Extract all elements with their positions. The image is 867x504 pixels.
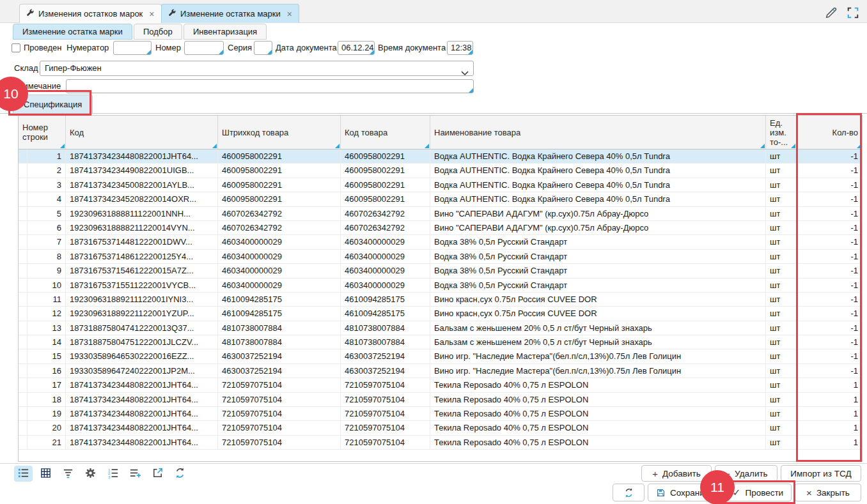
tab-label: Инвентаризация: [193, 27, 257, 36]
refresh-button[interactable]: [613, 484, 644, 501]
tool-export-button[interactable]: [148, 466, 167, 482]
table-row[interactable]: 20187413734234480822001JHT64...721059707…: [19, 421, 862, 435]
row-selector[interactable]: [19, 178, 27, 192]
tool-grid-button[interactable]: [36, 466, 55, 482]
table-row[interactable]: 131873188758047412220013Q37...4810738007…: [19, 321, 862, 335]
close-icon[interactable]: ×: [149, 9, 154, 19]
cell-barcode: 4810738007884: [218, 335, 341, 349]
table-row[interactable]: 21187413734234480822001JHT64...721059707…: [19, 436, 862, 450]
col-header-product-name[interactable]: Наименование товара: [430, 116, 766, 149]
tool-list-view-button[interactable]: [14, 466, 33, 482]
post-button[interactable]: ✓Провести: [724, 484, 792, 501]
cell-line-number: 8: [27, 250, 66, 264]
date-input[interactable]: 06.12.24: [338, 41, 375, 55]
row-selector[interactable]: [19, 421, 27, 435]
edit-pencil-icon[interactable]: [824, 5, 839, 20]
close-button[interactable]: ×Закрыть: [795, 484, 861, 501]
table-row[interactable]: 7187316753714481222001DWV...460340000002…: [19, 235, 862, 249]
close-icon[interactable]: ×: [287, 9, 292, 19]
col-header-product-code[interactable]: Код товара: [341, 116, 430, 149]
table-row[interactable]: 19187413734234480822001JHT64...721059707…: [19, 407, 862, 421]
proveden-checkbox[interactable]: [12, 43, 20, 52]
numerator-input[interactable]: [113, 41, 152, 55]
row-selector[interactable]: [19, 436, 27, 450]
cell-line-number: 4: [27, 192, 66, 206]
cell-product-code: 4600958002291: [341, 164, 430, 178]
row-selector[interactable]: [19, 321, 27, 335]
tab-specifikaciya[interactable]: Спецификация: [13, 95, 93, 114]
nomer-input[interactable]: [184, 41, 224, 55]
row-selector[interactable]: [19, 207, 27, 221]
table-row[interactable]: 12192309631889221122001YZUP...4610094285…: [19, 307, 862, 321]
window-tab-izmenenie-ostatka[interactable]: Изменение остатка марки ×: [161, 4, 299, 23]
cell-product-code: 4603400000029: [341, 264, 430, 278]
row-selector[interactable]: [19, 364, 27, 378]
cell-barcode: 4630037252194: [218, 364, 341, 378]
row-selector[interactable]: [19, 149, 27, 164]
table-row[interactable]: 14187318875804751222001JLCZV...481073800…: [19, 335, 862, 349]
cell-code: 187318875804751222001JLCZV...: [66, 335, 218, 349]
cell-line-number: 20: [27, 421, 66, 435]
time-input[interactable]: 12:38: [447, 41, 473, 55]
col-header-code[interactable]: Код: [66, 116, 218, 149]
tool-add-rows-button[interactable]: [126, 466, 144, 482]
delete-button[interactable]: −Удалить: [715, 465, 777, 482]
tab-podbor[interactable]: Подбор: [134, 24, 182, 40]
tab-inventarizaciya[interactable]: Инвентаризация: [184, 24, 267, 40]
row-selector[interactable]: [19, 279, 27, 293]
fullscreen-icon[interactable]: [845, 5, 861, 20]
row-selector[interactable]: [19, 335, 27, 349]
tool-reload-button[interactable]: [171, 466, 189, 482]
save-button[interactable]: Сохранить: [648, 484, 721, 501]
table-row[interactable]: 818731675371486122200125Y4...46034000000…: [19, 250, 862, 264]
col-header-unit[interactable]: Ед. изм. то-...: [766, 116, 797, 149]
cell-product-code: 7210597075104: [341, 436, 430, 450]
add-button[interactable]: +Добавить: [641, 465, 712, 482]
tool-filter-button[interactable]: [59, 466, 77, 482]
row-selector[interactable]: [19, 221, 27, 235]
cell-code: 187316753715511222001VYCB...: [66, 279, 218, 293]
tool-numbered-list-button[interactable]: 123: [104, 466, 122, 482]
window-tab-izmeneniya-ostatkov[interactable]: Изменения остатков марок ×: [19, 4, 162, 23]
row-selector[interactable]: [19, 293, 27, 307]
row-selector[interactable]: [19, 264, 27, 278]
row-selector[interactable]: [19, 378, 27, 392]
row-selector[interactable]: [19, 307, 27, 321]
cell-product-code: 4607026342792: [341, 221, 430, 235]
table-row[interactable]: 3187413734234500822001AYLB...46009580022…: [19, 178, 862, 192]
table-row[interactable]: 10187316753715511222001VYCB...4603400000…: [19, 279, 862, 293]
cell-barcode: 7210597075104: [218, 436, 341, 450]
row-selector[interactable]: [19, 235, 27, 249]
row-selector[interactable]: [19, 164, 27, 178]
table-row[interactable]: 61923096318888211220014VYN...46070263427…: [19, 221, 862, 235]
note-input[interactable]: [66, 79, 474, 93]
warehouse-select[interactable]: Гипер-Фьюжен: [40, 61, 474, 76]
row-selector[interactable]: [19, 250, 27, 264]
col-header-line-number[interactable]: Номер строки: [19, 116, 66, 149]
table-row[interactable]: 151933035896465302220016EZZ...4630037252…: [19, 349, 862, 363]
table-row[interactable]: 5192309631888811122001NNH...460702634279…: [19, 207, 862, 221]
row-selector[interactable]: [19, 349, 27, 363]
col-header-quantity[interactable]: Кол-во: [797, 116, 862, 149]
row-selector[interactable]: [19, 192, 27, 206]
table-row[interactable]: 11192309631889211122001IYNI3...461009428…: [19, 293, 862, 307]
tab-izmenenie-ostatka-marki[interactable]: Изменение остатка марки: [13, 24, 132, 40]
row-selector[interactable]: [19, 407, 27, 421]
cell-product-code: 7210597075104: [341, 421, 430, 435]
cell-product-name: Вино красн,сух 0.75л Россия CUVEE DOR: [430, 293, 766, 307]
cell-quantity: -1: [797, 164, 862, 178]
table-row[interactable]: 2187413734234490822001UIGB...46009580022…: [19, 164, 862, 178]
table-row[interactable]: 1187413734234480822001JHT64...4600958002…: [19, 149, 862, 164]
tool-settings-button[interactable]: [81, 466, 100, 482]
table-row[interactable]: 41874137342345208220014OXR...46009580022…: [19, 192, 862, 206]
row-selector[interactable]: [19, 393, 27, 407]
table-row[interactable]: 17187413734234480822001JHT64...721059707…: [19, 378, 862, 392]
cell-product-name: Водка 38% 0,5л Русский Стандарт: [430, 264, 766, 278]
table-row[interactable]: 91873167537154612220015A7Z...46034000000…: [19, 264, 862, 278]
seriya-input[interactable]: [254, 41, 272, 55]
table-row[interactable]: 16193303589647240222001JP2M...4630037252…: [19, 364, 862, 378]
cell-quantity: -1: [797, 178, 862, 192]
col-header-barcode[interactable]: Штрихкод товара: [218, 116, 341, 149]
table-row[interactable]: 18187413734234480822001JHT64...721059707…: [19, 393, 862, 407]
import-tsd-button[interactable]: Импорт из ТСД: [781, 465, 861, 482]
